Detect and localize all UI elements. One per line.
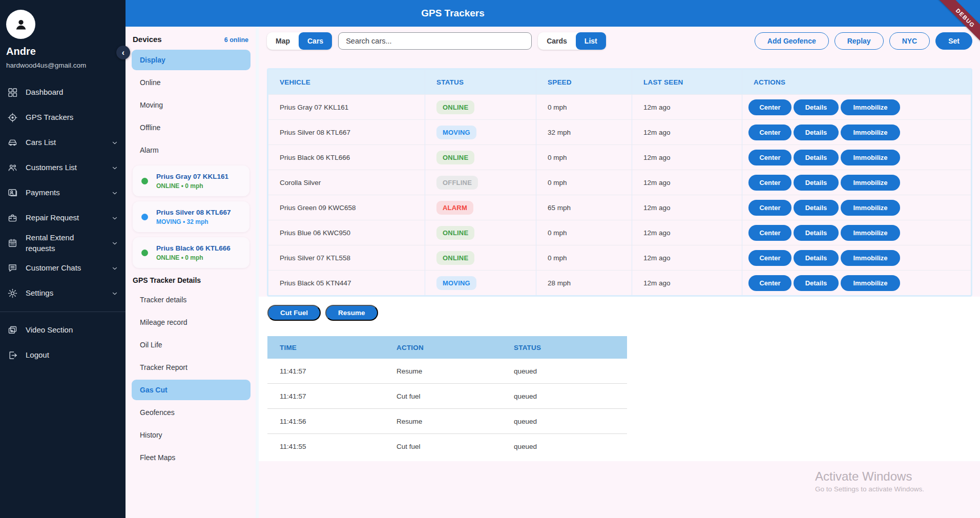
details-button[interactable]: Details bbox=[794, 250, 839, 266]
tracker-details-menu: Tracker detailsMileage recordOil LifeTra… bbox=[132, 289, 251, 468]
vehicle-last-seen-cell: 12m ago bbox=[632, 120, 742, 144]
view-toggle-cars[interactable]: Cars bbox=[299, 32, 332, 50]
device-filter-display[interactable]: Display bbox=[132, 50, 251, 70]
sidebar-item-label: Customer Chats bbox=[26, 263, 86, 273]
gas-action-cell: Resume bbox=[384, 409, 502, 433]
sidebar-item-cars-list[interactable]: Cars List bbox=[0, 130, 126, 155]
top-bar: GPS Trackers bbox=[126, 0, 980, 27]
vehicle-row: Prius Silver 07 KTL558ONLINE0 mph12m ago… bbox=[268, 245, 971, 270]
chevron-down-icon bbox=[111, 190, 118, 197]
device-card-prius-gray-07-kkl161[interactable]: Prius Gray 07 KKL161ONLINE • 0 mph bbox=[133, 165, 249, 196]
sidebar-item-payments[interactable]: Payments bbox=[0, 180, 126, 205]
details-button[interactable]: Details bbox=[794, 175, 839, 191]
sidebar-item-video-section[interactable]: Video Section bbox=[0, 318, 126, 343]
vehicle-table-body: Prius Gray 07 KKL161ONLINE0 mph12m agoCe… bbox=[268, 94, 971, 295]
status-badge: ALARM bbox=[436, 201, 473, 215]
immobilize-button[interactable]: Immobilize bbox=[841, 250, 900, 266]
device-filter-list: DisplayOnlineMovingOfflineAlarm bbox=[132, 50, 251, 160]
sidebar-divider bbox=[0, 312, 126, 312]
tracker-menu-oil-life[interactable]: Oil Life bbox=[132, 335, 251, 355]
immobilize-button[interactable]: Immobilize bbox=[841, 225, 900, 241]
view-toggle-map[interactable]: Map bbox=[267, 32, 299, 50]
sidebar-item-customers-list[interactable]: Customers List bbox=[0, 155, 126, 180]
immobilize-button[interactable]: Immobilize bbox=[841, 175, 900, 191]
center-button[interactable]: Center bbox=[748, 275, 791, 291]
nyc-button[interactable]: NYC bbox=[889, 32, 930, 50]
tracker-menu-tracker-report[interactable]: Tracker Report bbox=[132, 357, 251, 378]
center-button[interactable]: Center bbox=[748, 125, 791, 140]
activate-windows-watermark: Activate Windows Go to Settings to activ… bbox=[815, 469, 924, 493]
vehicle-column-vehicle: VEHICLE bbox=[268, 70, 425, 94]
details-button[interactable]: Details bbox=[794, 200, 839, 216]
details-button[interactable]: Details bbox=[794, 150, 839, 165]
device-filter-alarm[interactable]: Alarm bbox=[132, 140, 251, 160]
immobilize-button[interactable]: Immobilize bbox=[841, 275, 900, 291]
vehicle-row: Prius Black 05 KTN447MOVING28 mph12m ago… bbox=[268, 270, 971, 295]
vehicle-row: Prius Blue 06 KWC950ONLINE0 mph12m agoCe… bbox=[268, 220, 971, 245]
add-geofence-button[interactable]: Add Geofence bbox=[755, 32, 829, 50]
status-dot bbox=[141, 214, 148, 220]
device-filter-moving[interactable]: Moving bbox=[132, 95, 251, 115]
immobilize-button[interactable]: Immobilize bbox=[841, 200, 900, 216]
immobilize-button[interactable]: Immobilize bbox=[841, 150, 900, 165]
tracker-menu-history[interactable]: History bbox=[132, 425, 251, 445]
sidebar-item-label: Payments bbox=[26, 188, 86, 198]
device-card-prius-silver-08-ktl667[interactable]: Prius Silver 08 KTL667MOVING • 32 mph bbox=[133, 201, 249, 232]
payments-icon bbox=[7, 188, 18, 198]
details-button[interactable]: Details bbox=[794, 275, 839, 291]
chevron-down-icon bbox=[111, 139, 118, 147]
sidebar-item-gps-trackers[interactable]: GPS Trackers bbox=[0, 105, 126, 130]
details-button[interactable]: Details bbox=[794, 99, 839, 115]
center-button[interactable]: Center bbox=[748, 250, 791, 266]
center-button[interactable]: Center bbox=[748, 225, 791, 241]
gas-column-time: TIME bbox=[267, 336, 384, 359]
immobilize-button[interactable]: Immobilize bbox=[841, 99, 900, 115]
tracker-menu-tracker-details[interactable]: Tracker details bbox=[132, 289, 251, 310]
resume-button[interactable]: Resume bbox=[325, 305, 378, 321]
sidebar-item-customer-chats[interactable]: Customer Chats bbox=[0, 256, 126, 281]
cut-fuel-button[interactable]: Cut Fuel bbox=[267, 305, 321, 321]
sidebar-item-repair-request[interactable]: Repair Request bbox=[0, 205, 126, 231]
center-button[interactable]: Center bbox=[748, 99, 791, 115]
device-card-text: Prius Black 06 KTL666ONLINE • 0 mph bbox=[156, 244, 231, 261]
tracker-menu-gas-cut[interactable]: Gas Cut bbox=[132, 380, 251, 400]
customers-icon bbox=[7, 162, 18, 173]
vehicle-actions-cell: CenterDetailsImmobilize bbox=[742, 245, 971, 270]
sidebar-item-rental-extend-requests[interactable]: Rental Extend requests bbox=[0, 231, 126, 256]
vehicle-name-cell: Prius Silver 07 KTL558 bbox=[268, 245, 425, 270]
sidebar-item-logout[interactable]: Logout bbox=[0, 343, 126, 368]
details-button[interactable]: Details bbox=[794, 225, 839, 241]
layout-toggle-cards[interactable]: Cards bbox=[538, 32, 576, 50]
device-card-text: Prius Silver 08 KTL667MOVING • 32 mph bbox=[156, 209, 231, 225]
device-card-name: Prius Gray 07 KKL161 bbox=[156, 173, 228, 180]
search-input[interactable] bbox=[338, 32, 532, 50]
center-button[interactable]: Center bbox=[748, 175, 791, 191]
center-button[interactable]: Center bbox=[748, 150, 791, 165]
set-button[interactable]: Set bbox=[935, 32, 972, 50]
chevron-down-icon bbox=[111, 290, 118, 297]
map-cars-toggle: MapCars bbox=[267, 32, 332, 50]
device-filter-online[interactable]: Online bbox=[132, 72, 251, 93]
status-badge: ONLINE bbox=[436, 226, 474, 240]
gps-target-icon bbox=[7, 112, 18, 123]
sidebar: Andre hardwood4us@gmail.com ‹ DashboardG… bbox=[0, 0, 126, 518]
immobilize-button[interactable]: Immobilize bbox=[841, 125, 900, 140]
vehicle-name-cell: Prius Green 09 KWC658 bbox=[268, 195, 425, 220]
details-button[interactable]: Details bbox=[794, 125, 839, 140]
vehicle-name-cell: Prius Blue 06 KWC950 bbox=[268, 220, 425, 245]
device-card-prius-black-06-ktl666[interactable]: Prius Black 06 KTL666ONLINE • 0 mph bbox=[133, 237, 249, 268]
sidebar-item-label: GPS Trackers bbox=[26, 112, 86, 122]
device-filter-offline[interactable]: Offline bbox=[132, 117, 251, 138]
sidebar-item-settings[interactable]: Settings bbox=[0, 281, 126, 306]
layout-toggle-list[interactable]: List bbox=[576, 32, 606, 50]
replay-button[interactable]: Replay bbox=[835, 32, 884, 50]
tracker-menu-fleet-maps[interactable]: Fleet Maps bbox=[132, 447, 251, 468]
vehicle-last-seen-cell: 12m ago bbox=[632, 145, 742, 170]
tracker-details-title: GPS Tracker Details bbox=[133, 276, 249, 284]
center-button[interactable]: Center bbox=[748, 200, 791, 216]
sidebar-collapse-button[interactable]: ‹ bbox=[116, 46, 130, 59]
sidebar-item-dashboard[interactable]: Dashboard bbox=[0, 80, 126, 105]
chevron-down-icon bbox=[111, 265, 118, 272]
tracker-menu-geofences[interactable]: Geofences bbox=[132, 402, 251, 423]
tracker-menu-mileage-record[interactable]: Mileage record bbox=[132, 312, 251, 333]
